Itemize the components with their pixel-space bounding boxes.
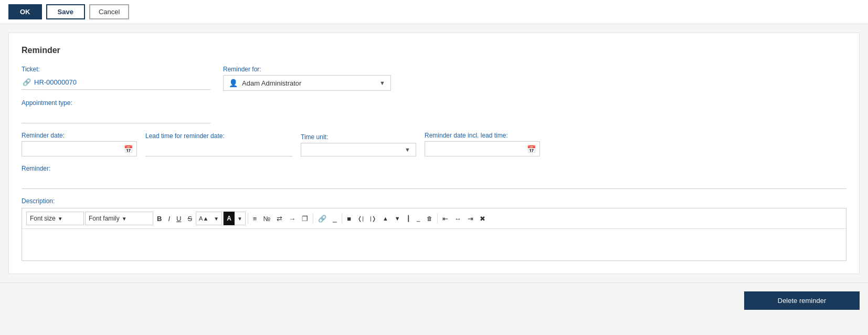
font-size-adjust-btn[interactable]: A▲ bbox=[196, 212, 211, 225]
description-label: Description: bbox=[22, 197, 846, 205]
table-delete-button[interactable]: 🗑 bbox=[424, 212, 435, 225]
reminder-date-lead-label: Reminder date incl. lead time: bbox=[425, 132, 540, 139]
table-row-below-button[interactable]: ▼ bbox=[392, 212, 403, 225]
reminder-date-label: Reminder date: bbox=[22, 132, 137, 139]
indent-button[interactable]: ⇄ bbox=[274, 212, 285, 225]
font-color-group: A ▼ bbox=[223, 212, 246, 225]
main-content: Reminder Ticket: 🔗 HR-00000070 Reminder … bbox=[8, 33, 860, 274]
table-col-before-button[interactable]: ❬| bbox=[355, 212, 366, 225]
top-bar: OK Save Cancel bbox=[0, 0, 868, 24]
editor-container: Font size ▼ Font family ▼ B I U S A▲ bbox=[22, 208, 846, 261]
calendar-icon[interactable]: 📅 bbox=[124, 145, 133, 153]
lead-time-group: Lead time for reminder date: bbox=[145, 132, 292, 156]
font-size-chevron-btn[interactable]: ▼ bbox=[211, 212, 221, 225]
editor-body[interactable] bbox=[22, 229, 846, 260]
font-size-adjust-group: A▲ ▼ bbox=[196, 212, 222, 225]
font-family-chevron-icon: ▼ bbox=[122, 216, 127, 222]
align-right-button[interactable]: ⇥ bbox=[465, 212, 476, 225]
font-size-label: Font size bbox=[30, 215, 56, 222]
reminder-text-input[interactable]: Call Back Mrs. Smith (Marketing Dept.) bbox=[22, 174, 846, 189]
divider-1 bbox=[248, 213, 248, 224]
ticket-link-icon: 🔗 bbox=[23, 78, 31, 86]
description-section: Description: Font size ▼ Font family ▼ B… bbox=[22, 197, 846, 261]
reminder-date-lead-input[interactable]: 11/23/2021 12:00:00 AM bbox=[425, 141, 540, 156]
table-col-after-button[interactable]: |❭ bbox=[367, 212, 379, 225]
time-unit-label: Time unit: bbox=[301, 133, 416, 141]
unlink-button[interactable]: ⎯ bbox=[330, 212, 340, 225]
underline-button[interactable]: U bbox=[174, 212, 184, 225]
table-delete-row-button[interactable]: ⎯ bbox=[414, 212, 423, 225]
reminder-text-label: Reminder: bbox=[22, 165, 846, 172]
chevron-down-icon: ▼ bbox=[379, 80, 385, 86]
font-color-btn[interactable]: A bbox=[224, 212, 235, 225]
time-unit-group: Time unit: ▼ bbox=[301, 133, 416, 156]
italic-button[interactable]: I bbox=[165, 212, 173, 225]
ordered-list-button[interactable]: № bbox=[260, 212, 273, 225]
unordered-list-button[interactable]: ≡ bbox=[250, 212, 260, 225]
font-size-chevron-icon: ▼ bbox=[58, 216, 63, 222]
divider-3 bbox=[342, 213, 342, 224]
font-family-label: Font family bbox=[89, 215, 120, 222]
ticket-label: Ticket: bbox=[22, 66, 210, 73]
divider-2 bbox=[313, 213, 313, 224]
reminder-for-value: Adam Administrator bbox=[242, 79, 301, 87]
save-button[interactable]: Save bbox=[46, 4, 85, 19]
time-unit-chevron-icon: ▼ bbox=[405, 146, 410, 153]
appointment-type-group: Appointment type: One time bbox=[22, 99, 210, 123]
divider-4 bbox=[437, 213, 438, 224]
time-unit-select[interactable]: ▼ bbox=[301, 143, 416, 156]
table-delete-col-button[interactable]: ┃ bbox=[404, 212, 413, 225]
reminder-date-group: Reminder date: 11/23/2021 12:00:00 AM 📅 bbox=[22, 132, 137, 156]
align-left-button[interactable]: ⇤ bbox=[440, 212, 451, 225]
insert-table-button[interactable]: ■ bbox=[344, 212, 354, 225]
align-center-button[interactable]: ↔ bbox=[452, 212, 464, 225]
delete-reminder-button[interactable]: Delete reminder bbox=[744, 291, 860, 310]
bold-button[interactable]: B bbox=[154, 212, 164, 225]
lead-time-input[interactable] bbox=[145, 142, 292, 156]
outdent-button[interactable]: → bbox=[286, 212, 298, 225]
block-quote-button[interactable]: ❐ bbox=[299, 212, 311, 225]
reminder-text-group: Reminder: Call Back Mrs. Smith (Marketin… bbox=[22, 165, 846, 189]
reminder-for-select[interactable]: 👤 Adam Administrator ▼ bbox=[223, 75, 391, 91]
strikethrough-button[interactable]: S bbox=[185, 212, 195, 225]
clear-format-button[interactable]: ✖ bbox=[477, 212, 488, 225]
person-icon: 👤 bbox=[229, 79, 238, 87]
ticket-link-value: HR-00000070 bbox=[34, 78, 77, 86]
font-color-chevron-btn[interactable]: ▼ bbox=[235, 212, 245, 225]
ticket-group: Ticket: 🔗 HR-00000070 bbox=[22, 66, 210, 90]
reminder-for-group: Reminder for: 👤 Adam Administrator ▼ bbox=[223, 66, 391, 91]
cancel-button[interactable]: Cancel bbox=[89, 4, 129, 19]
link-button[interactable]: 🔗 bbox=[315, 212, 329, 225]
reminder-for-label: Reminder for: bbox=[223, 66, 391, 73]
lead-time-label: Lead time for reminder date: bbox=[145, 132, 292, 140]
bottom-bar: Delete reminder bbox=[0, 282, 868, 318]
reminder-date-lead-group: Reminder date incl. lead time: 11/23/202… bbox=[425, 132, 540, 156]
section-title: Reminder bbox=[22, 46, 846, 55]
reminder-date-input[interactable]: 11/23/2021 12:00:00 AM bbox=[22, 141, 137, 156]
font-family-select[interactable]: Font family ▼ bbox=[85, 212, 153, 225]
ok-button[interactable]: OK bbox=[8, 4, 42, 19]
editor-toolbar: Font size ▼ Font family ▼ B I U S A▲ bbox=[22, 208, 846, 229]
appointment-type-label: Appointment type: bbox=[22, 99, 210, 107]
calendar-lead-icon[interactable]: 📅 bbox=[527, 145, 536, 153]
ticket-link[interactable]: 🔗 HR-00000070 bbox=[22, 75, 210, 90]
table-row-above-button[interactable]: ▲ bbox=[380, 212, 391, 225]
appointment-type-input[interactable]: One time bbox=[22, 109, 210, 123]
font-size-select[interactable]: Font size ▼ bbox=[26, 212, 84, 225]
